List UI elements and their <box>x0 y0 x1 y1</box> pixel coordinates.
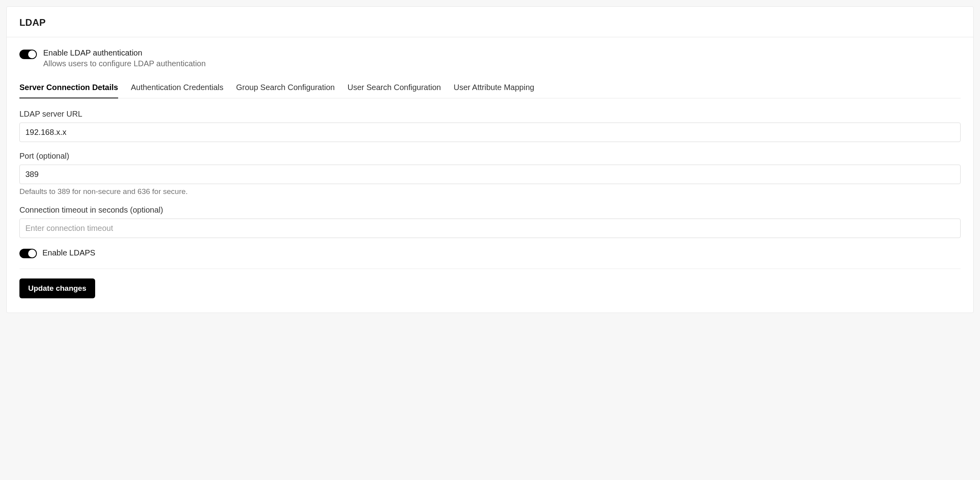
enable-ldap-auth-row: Enable LDAP authentication Allows users … <box>19 48 961 68</box>
enable-ldaps-row: Enable LDAPS <box>19 248 961 269</box>
label-port: Port (optional) <box>19 152 961 161</box>
field-port: Port (optional) Defaults to 389 for non-… <box>19 152 961 196</box>
toggle-knob <box>28 250 36 257</box>
label-ldap-server-url: LDAP server URL <box>19 109 961 119</box>
hint-port: Defaults to 389 for non-secure and 636 f… <box>19 187 961 196</box>
enable-ldap-auth-title: Enable LDAP authentication <box>43 48 206 58</box>
enable-ldaps-toggle[interactable] <box>19 249 37 258</box>
tab-authentication-credentials[interactable]: Authentication Credentials <box>131 78 223 98</box>
card-body: Enable LDAP authentication Allows users … <box>7 37 973 313</box>
tab-server-connection-details[interactable]: Server Connection Details <box>19 78 118 98</box>
field-connection-timeout: Connection timeout in seconds (optional) <box>19 205 961 238</box>
input-connection-timeout[interactable] <box>19 219 961 238</box>
toggle-knob <box>28 50 36 58</box>
enable-ldap-auth-subtitle: Allows users to configure LDAP authentic… <box>43 59 206 68</box>
enable-ldaps-title: Enable LDAPS <box>42 248 95 257</box>
enable-ldap-auth-toggle[interactable] <box>19 50 37 59</box>
field-ldap-server-url: LDAP server URL <box>19 109 961 142</box>
input-port[interactable] <box>19 165 961 184</box>
tab-user-attribute-mapping[interactable]: User Attribute Mapping <box>454 78 534 98</box>
update-changes-button[interactable]: Update changes <box>19 278 95 298</box>
tabs: Server Connection Details Authentication… <box>19 78 961 98</box>
input-ldap-server-url[interactable] <box>19 123 961 142</box>
tab-group-search-configuration[interactable]: Group Search Configuration <box>236 78 335 98</box>
card-header: LDAP <box>7 7 973 37</box>
card-title: LDAP <box>19 17 961 28</box>
enable-ldap-auth-label: Enable LDAP authentication Allows users … <box>43 48 206 68</box>
label-connection-timeout: Connection timeout in seconds (optional) <box>19 205 961 215</box>
ldap-card: LDAP Enable LDAP authentication Allows u… <box>6 6 974 313</box>
tab-user-search-configuration[interactable]: User Search Configuration <box>348 78 441 98</box>
